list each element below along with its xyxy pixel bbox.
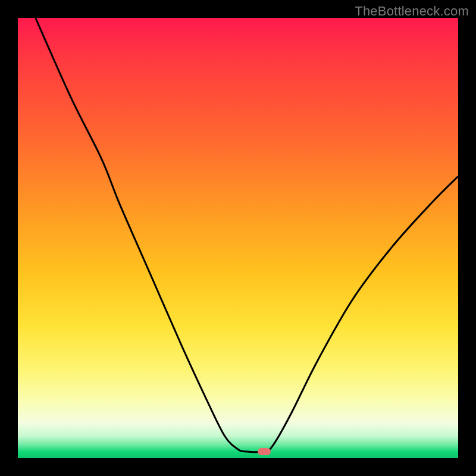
chart-frame: TheBottleneck.com — [0, 0, 476, 476]
chart-curve — [36, 18, 458, 452]
watermark-text: TheBottleneck.com — [355, 4, 469, 19]
chart-marker — [258, 448, 271, 455]
chart-curve-svg — [18, 18, 458, 458]
